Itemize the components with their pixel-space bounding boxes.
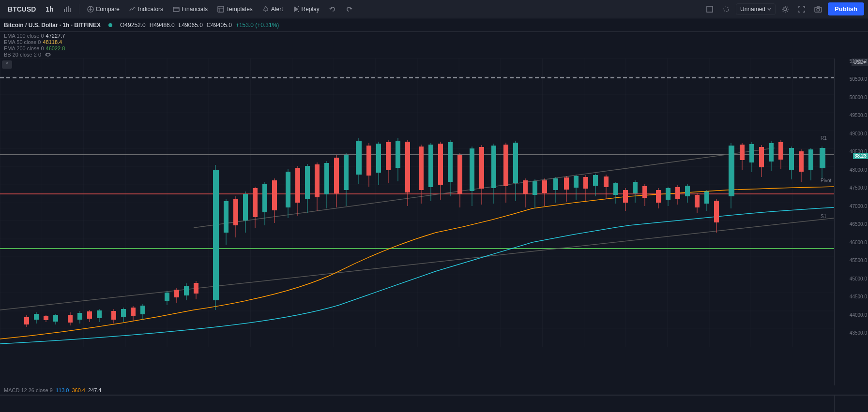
svg-rect-168: [749, 144, 754, 162]
low-value: L49065.0: [179, 22, 203, 29]
indicators-label: Indicators: [138, 6, 163, 13]
s1-text: S1: [821, 214, 827, 219]
replay-button[interactable]: Replay: [289, 4, 323, 15]
svg-rect-90: [344, 155, 349, 190]
svg-rect-140: [604, 177, 609, 187]
live-dot: [108, 23, 112, 27]
svg-rect-178: [799, 151, 804, 172]
svg-rect-180: [808, 149, 813, 170]
svg-rect-118: [491, 146, 496, 188]
svg-rect-7: [173, 7, 179, 12]
svg-rect-114: [470, 148, 474, 191]
svg-rect-108: [438, 144, 443, 185]
svg-rect-58: [174, 290, 179, 297]
compare-icon: [87, 6, 94, 13]
svg-rect-106: [428, 145, 433, 187]
svg-marker-13: [294, 7, 298, 12]
macd-val1: 113.0: [56, 387, 69, 393]
settings-button[interactable]: [778, 2, 792, 16]
svg-rect-102: [405, 142, 410, 192]
eye-icon[interactable]: [45, 52, 51, 58]
svg-rect-148: [642, 186, 647, 198]
macd-price-axis: 1000.0 0.0: [834, 396, 868, 412]
camera-icon: [814, 5, 822, 13]
unnamed-button[interactable]: Unnamed: [736, 3, 776, 15]
svg-rect-84: [315, 164, 320, 197]
svg-rect-80: [295, 168, 300, 203]
svg-rect-70: [243, 194, 248, 221]
toolbar-right: Unnamed Publish: [703, 2, 864, 16]
price-50500: 50500.0: [849, 76, 868, 82]
svg-rect-40: [68, 315, 73, 323]
svg-rect-116: [479, 147, 484, 189]
price-43500: 43500.0: [849, 330, 868, 336]
bottom-panel: TV: [0, 395, 868, 412]
svg-rect-144: [623, 190, 628, 203]
svg-rect-52: [131, 308, 136, 316]
svg-rect-50: [121, 309, 126, 317]
chart-main[interactable]: ⌃: [0, 59, 834, 385]
svg-rect-128: [542, 180, 547, 193]
svg-rect-160: [704, 191, 709, 204]
templates-label: Templates: [226, 6, 253, 13]
svg-rect-16: [707, 6, 713, 12]
svg-rect-76: [272, 180, 277, 210]
price-46500: 46500.0: [849, 221, 868, 227]
redo-button[interactable]: [342, 4, 356, 15]
svg-rect-152: [666, 188, 670, 200]
gear-icon: [781, 5, 789, 13]
timeframe-button[interactable]: 1h: [42, 3, 57, 15]
svg-rect-170: [759, 147, 764, 167]
chart-info-bar: Bitcoin / U.S. Dollar · 1h · BITFINEX O4…: [0, 18, 868, 32]
pivot-text: Pivot: [821, 178, 831, 183]
svg-rect-54: [140, 306, 145, 314]
svg-rect-130: [553, 178, 558, 190]
rectangle-icon: [706, 6, 713, 13]
compare-button[interactable]: Compare: [83, 4, 123, 15]
indicators-button[interactable]: Indicators: [125, 4, 167, 15]
cursor-tool-button[interactable]: [719, 2, 733, 16]
fullscreen-button[interactable]: [795, 2, 808, 16]
svg-rect-48: [111, 311, 116, 320]
camera-button[interactable]: [811, 2, 825, 16]
svg-rect-78: [286, 172, 290, 207]
svg-rect-100: [396, 141, 400, 168]
fullscreen-icon: [798, 6, 805, 13]
svg-rect-158: [695, 195, 700, 207]
alert-button[interactable]: Alert: [259, 4, 287, 15]
publish-button[interactable]: Publish: [828, 2, 864, 15]
svg-rect-150: [656, 190, 661, 203]
templates-button[interactable]: Templates: [213, 4, 257, 15]
undo-button[interactable]: [325, 4, 340, 15]
close-value: C49405.0: [207, 22, 232, 29]
symbol-button[interactable]: BTCUSD: [4, 3, 40, 15]
price-48000: 48000.0: [849, 167, 868, 173]
rectangle-tool-button[interactable]: [703, 2, 716, 16]
price-44000: 44000.0: [849, 312, 868, 318]
financials-button[interactable]: Financials: [169, 4, 212, 15]
macd-chart[interactable]: TV: [0, 396, 834, 412]
svg-rect-126: [533, 181, 537, 195]
macd-label-bar: MACD 12 26 close 9 113.0 360.4 247.4: [0, 385, 868, 395]
svg-rect-166: [740, 145, 745, 160]
svg-rect-82: [305, 166, 310, 199]
svg-rect-46: [97, 310, 102, 318]
replay-icon: [293, 6, 300, 13]
macd-val3: 247.4: [88, 387, 102, 393]
svg-rect-174: [778, 142, 783, 160]
timeframe-label: 1h: [46, 5, 53, 13]
unnamed-label: Unnamed: [740, 6, 765, 13]
svg-point-17: [724, 7, 729, 12]
main-chart-svg: R1 S1 Pivot: [0, 59, 834, 347]
alert-icon: [262, 6, 269, 13]
divider1: [79, 4, 79, 14]
svg-rect-110: [448, 142, 453, 182]
svg-rect-146: [633, 182, 638, 193]
collapse-button[interactable]: ⌃: [2, 60, 12, 69]
svg-rect-132: [564, 177, 569, 190]
svg-rect-183: [0, 396, 834, 412]
chart-type-button[interactable]: [60, 3, 75, 15]
svg-rect-68: [233, 199, 238, 225]
high-value: H49486.0: [150, 22, 175, 29]
svg-rect-44: [87, 311, 92, 319]
